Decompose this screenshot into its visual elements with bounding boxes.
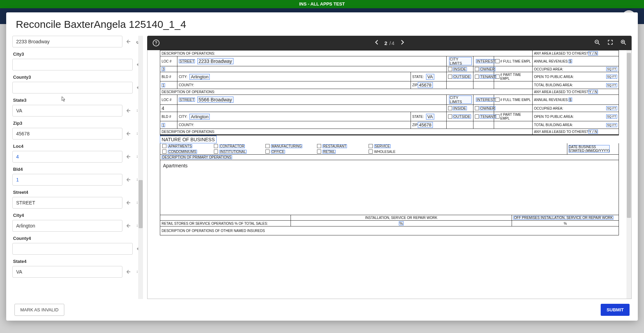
nature-opt-office[interactable]: OFFICE: [263, 149, 315, 154]
left-scrollbar[interactable]: [138, 36, 143, 299]
next-page-icon[interactable]: [399, 40, 405, 46]
doc-scrollbar-thumb[interactable]: [627, 53, 631, 218]
field-input-city3[interactable]: [12, 59, 133, 70]
nature-opt-restaurant[interactable]: RESTAURANT: [315, 143, 367, 149]
svg-point-0: [137, 110, 138, 110]
svg-point-27: [137, 203, 138, 204]
desc-other-named-label: DESCRIPTION OF OPERATIONS OF OTHER NAMED…: [160, 226, 619, 235]
revert-icon[interactable]: [124, 174, 133, 186]
nature-opt-contractor[interactable]: CONTRACTOR: [212, 143, 263, 149]
field-input-state3[interactable]: [12, 105, 122, 116]
city-limits-hdr: CITY LIMITS: [447, 56, 473, 66]
open-public-cell: OPEN TO PUBLIC AREA:SQ FT: [533, 72, 619, 81]
page-current: 2: [384, 40, 387, 46]
field-input-street4[interactable]: [12, 197, 122, 209]
doc-scrollbar[interactable]: [626, 50, 631, 299]
state-cell: STATE: VA: [411, 112, 447, 121]
svg-point-30: [137, 225, 138, 225]
revert-icon[interactable]: [124, 36, 133, 47]
outside-cell: OUTSIDE: [447, 72, 473, 81]
page-indicator: 2 /4: [384, 40, 394, 46]
field-label: Loc4: [12, 142, 143, 151]
nature-of-business-header: NATURE OF BUSINESS: [160, 135, 217, 143]
desc-ops-label-2: DESCRIPTION OF OPERATIONS:: [160, 129, 533, 134]
offprem-pct: %: [512, 221, 619, 226]
revert-icon[interactable]: [124, 151, 133, 163]
retail-pct-label: RETAIL STORES OR SERVICE OPERATIONS % OF…: [160, 221, 291, 226]
date-business-started: DATE BUSINESS STARTED (MM/DD/YYYY): [567, 143, 619, 154]
pt-empl-cell: # PART TIME EMPL: [494, 72, 533, 81]
acord-form-page: DESCRIPTION OF OPERATIONS:ANY AREA LEASE…: [148, 50, 631, 249]
leased-cell: ANY AREA LEASED TO OTHERS? Y / N: [533, 89, 619, 95]
nature-opt-institutional[interactable]: INSTITUTIONAL: [212, 149, 263, 154]
svg-point-15: [137, 157, 138, 158]
submit-button[interactable]: SUBMIT: [601, 304, 630, 316]
owner-cell: OWNER: [473, 66, 494, 72]
svg-point-33: [137, 226, 138, 227]
modal-footer: MARK AS INVALID SUBMIT: [6, 299, 638, 321]
field-label: County3: [12, 73, 143, 82]
revert-icon[interactable]: [124, 197, 133, 209]
mark-invalid-button[interactable]: MARK AS INVALID: [14, 304, 64, 316]
nature-opt-service[interactable]: SERVICE: [367, 143, 411, 149]
field-label: City4: [12, 211, 143, 220]
install-work-hdr: INSTALLATION, SERVICE OR REPAIR WORK: [291, 215, 512, 220]
zoom-out-icon[interactable]: [594, 40, 600, 46]
document-scroll-area[interactable]: DESCRIPTION OF OPERATIONS:ANY AREA LEASE…: [147, 50, 632, 299]
open-public-cell: OPEN TO PUBLIC AREA:SQ FT: [533, 112, 619, 121]
revert-icon[interactable]: [124, 105, 133, 116]
field-input-bld4[interactable]: [12, 174, 122, 186]
field-input-city4[interactable]: [12, 220, 122, 232]
leased-cell: ANY AREA LEASED TO OTHERS? Y / N: [533, 51, 619, 56]
nature-opt-wholesale[interactable]: WHOLESALE: [367, 149, 411, 154]
svg-point-39: [137, 272, 138, 273]
field-input-state4[interactable]: [12, 266, 122, 278]
svg-point-3: [137, 111, 138, 112]
total-bldg-cell: TOTAL BUILDING AREA:SQ FT: [533, 81, 619, 89]
field-input-county3[interactable]: [12, 82, 133, 93]
nature-opt-manufacturing[interactable]: MANUFACTURING: [263, 143, 315, 149]
loc-lab: LOC #: [160, 56, 177, 66]
annual-rev-cell: ANNUAL REVENUES: $: [533, 95, 619, 104]
fullscreen-icon[interactable]: [608, 40, 613, 46]
svg-point-6: [137, 133, 138, 133]
help-icon[interactable]: ?: [153, 40, 160, 46]
field-list-panel[interactable]: City3County3State3Zip3Loc4Bld4Street4Cit…: [12, 36, 143, 299]
pt-empl-cell: # PART TIME EMPL: [494, 112, 533, 121]
zip-cell: ZIP 45678: [411, 81, 447, 89]
zoom-in-icon[interactable]: [621, 40, 626, 46]
ft-empl-cell: # FULL TIME EMPL: [494, 56, 533, 66]
interest-hdr: INTEREST: [473, 56, 494, 66]
desc-ops-label: DESCRIPTION OF OPERATIONS:: [160, 89, 533, 95]
svg-point-36: [137, 271, 138, 271]
nature-opt-apartments[interactable]: APARTMENTS: [160, 143, 212, 149]
bld-num: 1: [160, 81, 177, 89]
svg-point-12: [137, 156, 138, 156]
field-label: State3: [12, 96, 143, 105]
inside-cell: INSIDE: [447, 66, 473, 72]
state-cell: STATE: VA: [411, 72, 447, 81]
offprem-install-hdr: OFF PREMISES INSTALLATION, SERVICE OR RE…: [512, 215, 619, 220]
revert-icon[interactable]: [124, 220, 133, 232]
document-viewer-panel: ? 2 /4: [147, 36, 632, 299]
revert-icon[interactable]: [124, 266, 133, 278]
modal-title: Reconcile BaxterAngela 125140_1_4: [6, 12, 638, 32]
field-input-county4[interactable]: [12, 243, 133, 255]
nature-opt-condominiums[interactable]: CONDOMINIUMS: [160, 149, 212, 154]
city-cell: CITY: Arlington: [177, 72, 411, 81]
loc-num: 3: [160, 66, 177, 72]
left-scrollbar-thumb[interactable]: [139, 180, 143, 228]
svg-point-9: [137, 134, 138, 135]
field-input-zip3[interactable]: [12, 128, 122, 140]
revert-icon[interactable]: [124, 128, 133, 140]
field-input-street3[interactable]: [12, 36, 122, 47]
nature-opt-retail[interactable]: RETAIL: [315, 149, 367, 154]
field-label: Street4: [12, 188, 143, 197]
annual-rev-cell: ANNUAL REVENUES: $: [533, 56, 619, 66]
interest-hdr: INTEREST: [473, 95, 494, 104]
svg-line-46: [624, 43, 626, 45]
field-input-loc4[interactable]: [12, 151, 122, 163]
prev-page-icon[interactable]: [374, 40, 380, 46]
desc-ops-label: DESCRIPTION OF OPERATIONS:: [160, 51, 533, 56]
county-cell: COUNTY:: [177, 81, 411, 89]
